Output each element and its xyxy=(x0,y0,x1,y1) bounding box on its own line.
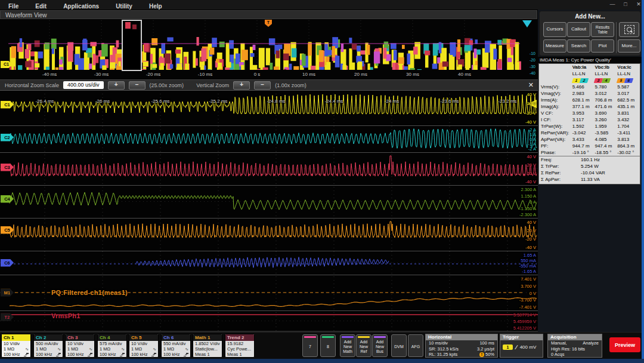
menu-edit[interactable]: Edit xyxy=(27,2,55,10)
search-button[interactable]: Search xyxy=(567,39,590,53)
ac-coupling-icon: ∿ xyxy=(121,346,125,352)
menu-utility[interactable]: Utility xyxy=(107,2,141,10)
ac-coupling-icon: ∿ xyxy=(89,346,92,352)
overview-time-label: -30 ms xyxy=(94,72,109,77)
menu-file[interactable]: File xyxy=(0,2,27,10)
acquisition-panel[interactable]: AcquisitionManual,AnalyzeHigh Res: 16 bi… xyxy=(547,334,602,358)
channel-card-line: Static|low... xyxy=(193,346,222,352)
waveform-view-tab[interactable]: Waveform View xyxy=(0,10,537,19)
afg-button[interactable]: AFG xyxy=(408,334,423,357)
column-subheader: LL-LN xyxy=(572,70,595,77)
scale-label-c4: 1.150 A xyxy=(521,194,536,199)
minimize-icon[interactable]: — xyxy=(609,1,616,7)
acquisition-panel-title: Acquisition xyxy=(548,334,602,340)
channel-card-value: 500 mA/div xyxy=(36,341,58,346)
preview-button[interactable]: Preview xyxy=(609,337,640,352)
measure-button[interactable]: Measure xyxy=(543,39,566,53)
summary-row: Freq:160.1 Hz xyxy=(539,156,640,163)
channel-card-value: 10 V/div xyxy=(131,341,147,346)
scale-label-c6: 550 mA xyxy=(521,259,536,263)
zoom-close-icon[interactable]: ✕ xyxy=(528,81,534,89)
overview-time-label: 10 ms xyxy=(302,72,315,77)
channel-card-value: 100 kHz xyxy=(131,352,148,357)
measurement-value: 3.017 xyxy=(617,90,640,97)
scale-label-c3: -20 V xyxy=(525,171,536,176)
zoom-time-label: -25.2 ms xyxy=(209,99,227,104)
horizontal-zoom-plus-button[interactable]: + xyxy=(108,81,125,90)
scale-label-c6: -1.65 A xyxy=(522,269,536,274)
maximize-icon[interactable]: □ xyxy=(622,1,629,7)
add-new-math-button[interactable]: Add New Math xyxy=(340,334,355,357)
channel-2-badge: 2 xyxy=(579,78,589,83)
8-button[interactable]: 8 xyxy=(320,334,336,357)
vertical-zoom-plus-button[interactable]: + xyxy=(233,81,250,90)
channel-card-line: 500 mA/div xyxy=(34,341,63,346)
acquisition-value: Manual, xyxy=(551,340,567,346)
channel-card-trend-2[interactable]: Trend 215.9182Cyc Powe...Meas 1 xyxy=(225,334,255,358)
channel-card-line: 100 kHz xyxy=(34,352,63,357)
results-table-button[interactable]: Results Table xyxy=(591,22,614,37)
channel-card-ch-5[interactable]: Ch 510 V/div1 MΩ∿100 kHz xyxy=(129,334,159,358)
channel-card-ch-1[interactable]: Ch 110 V/div1 MΩ∿100 kHz xyxy=(1,334,31,358)
channel-card-value: Static|low... xyxy=(195,346,218,352)
measurement-label: PF: xyxy=(539,143,572,149)
bandwidth-filter-icon xyxy=(120,352,125,356)
measurement-value: 435.1 m xyxy=(617,103,640,110)
button-color-stripe xyxy=(374,336,386,338)
channel-card-ch-4[interactable]: Ch 4575 mA/div1 MΩ∿100 kHz xyxy=(97,334,127,358)
area-zoom-icon xyxy=(624,25,634,34)
more-button[interactable]: More... xyxy=(618,39,640,53)
measurement-row: I CF:3.1173.2603.432 xyxy=(539,116,640,123)
channel-card-value: Cyc Powe... xyxy=(227,346,251,352)
measurement-row: Vrms(V):5.4665.7805.587 xyxy=(539,84,640,90)
channel-card-title: Math 1 xyxy=(193,334,222,341)
cursors-button[interactable]: Cursors xyxy=(543,22,566,37)
menu-help[interactable]: Help xyxy=(141,2,171,10)
zoomed-waveform-view[interactable]: -26.4 ms-26 ms-25.6 ms-25.2 ms-24.8 ms-2… xyxy=(0,90,538,332)
measurement-header[interactable]: IMDA Meas 1: Cyc Power Quality' xyxy=(538,57,642,63)
bandwidth-filter-icon xyxy=(151,352,156,356)
measurement-value: 2.983 xyxy=(572,90,595,97)
vertical-zoom-minus-button[interactable]: − xyxy=(254,81,271,90)
channel-card-ch-3[interactable]: Ch 310 V/div1 MΩ∿100 kHz xyxy=(65,334,95,358)
trace-label-t2: VrmsPh1 xyxy=(51,312,80,319)
callout-button[interactable]: Callout xyxy=(567,22,590,37)
channel-card-math-1[interactable]: Math 11.8502 V/divStatic|low...Meas 1 xyxy=(193,334,222,358)
add-new-title: Add New... xyxy=(540,11,640,20)
scale-label-c5: -40 V xyxy=(525,245,536,250)
trigger-slope-icon: ∕ xyxy=(516,344,517,350)
channel-card-value: 550 mA/div xyxy=(163,341,186,346)
scale-label-c3: -40 V xyxy=(525,180,536,184)
measurement-label: Vmag(V): xyxy=(539,90,572,97)
measurement-value: 3.433 xyxy=(572,136,595,143)
measurement-label: V CF: xyxy=(539,110,572,116)
add-new-ref-button[interactable]: Add New Ref xyxy=(356,334,371,357)
trigger-source-badge: 1 xyxy=(503,344,513,350)
channel-card-ch-2[interactable]: Ch 2500 mA/div1 MΩ∿100 kHz xyxy=(33,334,63,358)
plot-button[interactable]: Plot xyxy=(591,39,614,53)
channel-card-value: 1 MΩ xyxy=(67,346,78,352)
horizontal-zoom-scale-input[interactable]: 400.00 us/div xyxy=(63,81,104,89)
add-new-bus-button[interactable]: Add New Bus xyxy=(372,334,388,357)
horizontal-panel[interactable]: Horizontal10 ms/div100 msSR: 312.5 kS/s3… xyxy=(425,334,498,358)
waveform-overview[interactable]: T-10-20-30-40-40 ms-30 ms-20 ms-10 ms0 s… xyxy=(0,19,538,80)
source-badge-pair: 12 xyxy=(572,77,595,84)
horizontal-value: 10 ms/div xyxy=(429,340,448,346)
7-button[interactable]: 7 xyxy=(302,334,318,357)
menu-applications[interactable]: Applications xyxy=(55,2,107,10)
spacer xyxy=(539,64,572,70)
column-header: Vab:Ia xyxy=(572,64,595,70)
overview-time-label: 30 ms xyxy=(406,72,419,77)
zoom-time-label: -23.2 ms xyxy=(498,99,516,104)
trigger-panel[interactable]: Trigger1∕400 mV xyxy=(500,334,543,358)
measurement-label: Vrms(V): xyxy=(539,84,572,90)
scale-label-m1: 3.700 V xyxy=(521,284,536,289)
measurement-value: 947.4 m xyxy=(595,143,617,149)
area-zoom-button[interactable] xyxy=(619,22,639,37)
dvm-button[interactable]: DVM xyxy=(391,334,407,357)
acquisition-row: Manual,Analyze xyxy=(548,340,602,346)
spacer xyxy=(539,77,572,84)
summary-row: Σ RePwr:-10.04 VAR xyxy=(539,170,640,176)
channel-card-ch-6[interactable]: Ch 6550 mA/div1 MΩ∿100 kHz xyxy=(161,334,191,358)
horizontal-zoom-minus-button[interactable]: − xyxy=(129,81,145,90)
